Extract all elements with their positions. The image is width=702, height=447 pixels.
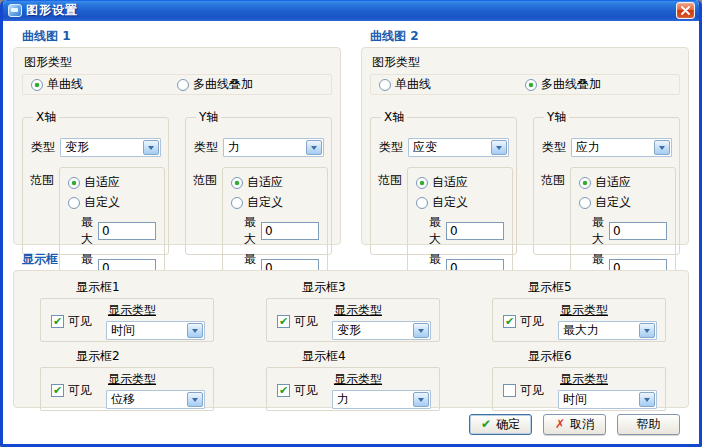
range-label: 范围 xyxy=(30,172,54,189)
curve1-graph-type-label: 图形类型 xyxy=(24,54,332,71)
display-box-6-visible-checkbox[interactable]: 可见 xyxy=(503,382,544,399)
display-box-5-type-select[interactable]: 最大力 xyxy=(558,321,657,340)
curve2-y-axis-radio-custom[interactable]: 自定义 xyxy=(579,194,667,211)
checkbox-label: 可见 xyxy=(520,382,544,399)
ok-button-label: 确定 xyxy=(496,416,520,433)
display-box-1-visible-checkbox[interactable]: 可见 xyxy=(51,313,92,330)
display-section: 显示框 显示框1 可见 显示类型 时间 xyxy=(13,249,689,408)
curve2-x-axis-max-input[interactable] xyxy=(446,222,504,240)
radio-label: 多曲线叠加 xyxy=(541,76,601,93)
curve1-x-axis-max-input[interactable] xyxy=(98,222,156,240)
type-label: 类型 xyxy=(542,139,566,156)
curve2-column: 曲线图 2 图形类型 单曲线 多曲线叠加 xyxy=(361,26,689,245)
curve1-panel: 图形类型 单曲线 多曲线叠加 X轴 xyxy=(13,47,341,245)
curve2-x-axis-type-select[interactable]: 应变 xyxy=(408,138,509,157)
combo-value: 力 xyxy=(228,139,306,156)
display-box-5-visible-checkbox[interactable]: 可见 xyxy=(503,313,544,330)
radio-icon xyxy=(68,197,80,209)
curve2-graph-type-label: 图形类型 xyxy=(372,54,680,71)
curve2-axes-row: X轴 类型 应变 范围 xyxy=(370,109,680,255)
range-label: 范围 xyxy=(541,172,565,189)
radio-label: 单曲线 xyxy=(395,76,431,93)
radio-icon xyxy=(525,79,537,91)
checkbox-label: 可见 xyxy=(294,313,318,330)
dialog-client-area: 曲线图 1 图形类型 单曲线 多曲线叠加 xyxy=(3,21,699,444)
radio-icon xyxy=(31,79,43,91)
type-label: 类型 xyxy=(379,139,403,156)
display-type-label: 显示类型 xyxy=(108,371,205,388)
curve1-radio-single-curve[interactable]: 单曲线 xyxy=(31,76,177,93)
display-box-1: 显示框1 可见 显示类型 时间 xyxy=(40,279,214,342)
combo-value: 最大力 xyxy=(563,322,639,339)
cross-icon: ✗ xyxy=(555,417,565,431)
display-type-label: 显示类型 xyxy=(560,302,657,319)
cancel-button[interactable]: ✗ 取消 xyxy=(543,414,606,435)
curve1-heading: 曲线图 1 xyxy=(22,28,341,45)
curve-panels-row: 曲线图 1 图形类型 单曲线 多曲线叠加 xyxy=(13,26,689,245)
display-box-1-type-select[interactable]: 时间 xyxy=(106,321,205,340)
curve1-graph-type-group: 单曲线 多曲线叠加 xyxy=(22,74,332,95)
curve1-radio-multi-curve[interactable]: 多曲线叠加 xyxy=(177,76,253,93)
curve2-radio-single-curve[interactable]: 单曲线 xyxy=(379,76,525,93)
curve1-x-axis-radio-custom[interactable]: 自定义 xyxy=(68,194,156,211)
title-bar: 图形设置 xyxy=(3,0,699,21)
display-box-2-visible-checkbox[interactable]: 可见 xyxy=(51,382,92,399)
display-box-4-type-select[interactable]: 力 xyxy=(332,390,431,409)
curve1-y-axis-radio-adaptive[interactable]: 自适应 xyxy=(231,174,319,191)
curve2-y-axis-title: Y轴 xyxy=(544,109,569,126)
chevron-down-icon xyxy=(143,140,159,155)
curve2-radio-multi-curve[interactable]: 多曲线叠加 xyxy=(525,76,601,93)
curve1-y-axis-group: Y轴 类型 力 范围 xyxy=(185,109,332,255)
curve1-x-axis-title: X轴 xyxy=(33,109,59,126)
checkbox-label: 可见 xyxy=(294,382,318,399)
curve2-y-axis-type-select[interactable]: 应力 xyxy=(571,138,672,157)
curve2-y-axis-radio-adaptive[interactable]: 自适应 xyxy=(579,174,667,191)
help-button[interactable]: 帮助 xyxy=(617,414,680,435)
curve1-x-axis-group: X轴 类型 变形 范围 xyxy=(22,109,169,255)
radio-icon xyxy=(379,79,391,91)
radio-label: 自定义 xyxy=(432,194,468,211)
display-box-6-type-select[interactable]: 时间 xyxy=(558,390,657,409)
range-label: 范围 xyxy=(193,172,217,189)
checkbox-label: 可见 xyxy=(68,313,92,330)
chevron-down-icon xyxy=(654,140,670,155)
curve2-x-axis-title: X轴 xyxy=(381,109,407,126)
display-box-4-visible-checkbox[interactable]: 可见 xyxy=(277,382,318,399)
combo-value: 变形 xyxy=(337,322,413,339)
curve1-y-axis-max-input[interactable] xyxy=(261,222,319,240)
display-box-label: 显示框1 xyxy=(76,279,214,296)
radio-icon xyxy=(416,197,428,209)
radio-label: 自定义 xyxy=(84,194,120,211)
curve1-x-axis-type-select[interactable]: 变形 xyxy=(60,138,161,157)
display-box-label: 显示框3 xyxy=(302,279,440,296)
curve2-graph-type-group: 单曲线 多曲线叠加 xyxy=(370,74,680,95)
ok-button[interactable]: ✔ 确定 xyxy=(469,414,532,435)
display-box-3-visible-checkbox[interactable]: 可见 xyxy=(277,313,318,330)
curve2-panel: 图形类型 单曲线 多曲线叠加 X轴 xyxy=(361,47,689,245)
max-label: 最大 xyxy=(429,214,441,248)
curve1-y-axis-type-select[interactable]: 力 xyxy=(223,138,324,157)
dialog-window: 图形设置 曲线图 1 图形类型 单曲线 xyxy=(0,0,702,447)
close-icon xyxy=(681,6,690,15)
combo-value: 时间 xyxy=(111,322,187,339)
range-label: 范围 xyxy=(378,172,402,189)
curve2-y-axis-max-input[interactable] xyxy=(609,222,667,240)
display-box-2-type-select[interactable]: 位移 xyxy=(106,390,205,409)
curve2-y-axis-group: Y轴 类型 应力 范围 xyxy=(533,109,680,255)
curve1-axes-row: X轴 类型 变形 范围 xyxy=(22,109,332,255)
combo-value: 应力 xyxy=(576,139,654,156)
chevron-down-icon xyxy=(306,140,322,155)
chevron-down-icon xyxy=(187,323,203,338)
radio-icon xyxy=(579,177,591,189)
radio-label: 多曲线叠加 xyxy=(193,76,253,93)
display-box-3: 显示框3 可见 显示类型 变形 xyxy=(266,279,440,342)
curve1-y-axis-radio-custom[interactable]: 自定义 xyxy=(231,194,319,211)
checkbox-icon xyxy=(51,384,64,397)
close-button[interactable] xyxy=(676,2,695,19)
curve2-x-axis-radio-custom[interactable]: 自定义 xyxy=(416,194,504,211)
display-box-3-type-select[interactable]: 变形 xyxy=(332,321,431,340)
curve2-x-axis-radio-adaptive[interactable]: 自适应 xyxy=(416,174,504,191)
radio-label: 自适应 xyxy=(84,174,120,191)
type-label: 类型 xyxy=(194,139,218,156)
curve1-x-axis-radio-adaptive[interactable]: 自适应 xyxy=(68,174,156,191)
